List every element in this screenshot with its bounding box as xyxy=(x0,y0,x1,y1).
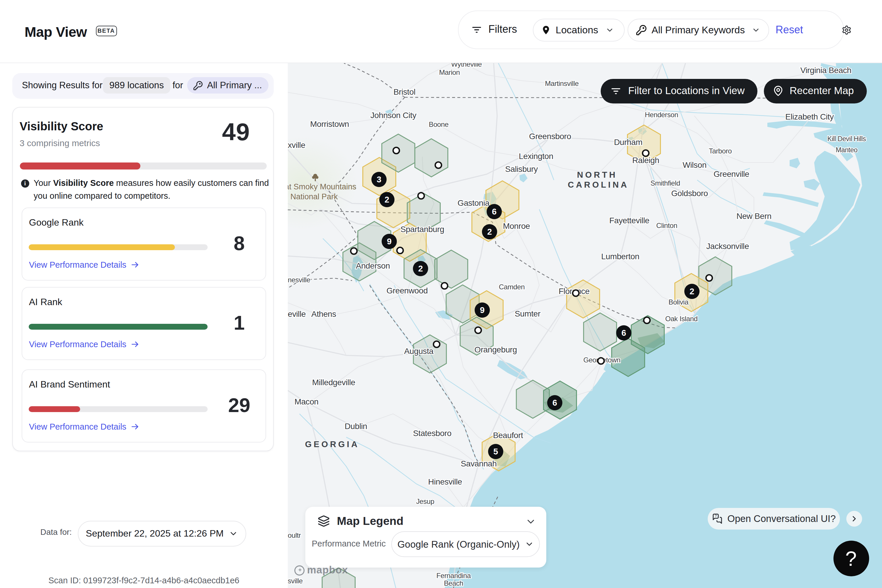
svg-text:Jesup: Jesup xyxy=(416,497,434,505)
svg-text:Clinton: Clinton xyxy=(656,221,677,229)
svg-text:at Smoky Mountains: at Smoky Mountains xyxy=(288,182,356,191)
svg-text:Jacksonville: Jacksonville xyxy=(706,242,749,250)
svg-text:2: 2 xyxy=(487,227,492,236)
svg-text:Wytheville: Wytheville xyxy=(451,63,482,68)
svg-text:Durham: Durham xyxy=(614,137,642,146)
svg-text:Hinesville: Hinesville xyxy=(428,477,462,486)
svg-text:Fernandina: Fernandina xyxy=(436,572,471,579)
svg-text:Elizabeth City: Elizabeth City xyxy=(785,112,834,121)
svg-text:Augusta: Augusta xyxy=(404,346,434,356)
svg-text:Athens: Athens xyxy=(311,309,336,318)
svg-text:2: 2 xyxy=(385,195,389,204)
svg-text:nesville: nesville xyxy=(288,276,310,284)
svg-text:Henderson: Henderson xyxy=(645,111,678,118)
svg-text:9: 9 xyxy=(480,305,485,315)
svg-text:Greensboro: Greensboro xyxy=(529,132,571,141)
svg-text:3: 3 xyxy=(377,174,381,184)
svg-text:5: 5 xyxy=(493,447,498,456)
svg-text:Anderson: Anderson xyxy=(356,261,390,270)
svg-text:Monroe: Monroe xyxy=(503,221,530,230)
svg-text:Morristown: Morristown xyxy=(310,119,349,128)
svg-text:Lumberton: Lumberton xyxy=(601,252,639,261)
svg-text:New Bern: New Bern xyxy=(736,211,771,220)
svg-text:Kill Devil Hills: Kill Devil Hills xyxy=(827,135,866,142)
svg-text:Tarboro: Tarboro xyxy=(709,147,732,154)
svg-text:Smithfield: Smithfield xyxy=(651,179,680,187)
svg-text:9: 9 xyxy=(387,236,392,246)
svg-text:Fayetteville: Fayetteville xyxy=(609,216,649,225)
svg-text:Sumter: Sumter xyxy=(515,309,541,318)
svg-text:NORTH: NORTH xyxy=(577,170,618,179)
svg-text:Macon: Macon xyxy=(295,397,319,406)
svg-text:Lexington: Lexington xyxy=(519,152,553,160)
svg-text:Spartanburg: Spartanburg xyxy=(400,225,444,234)
svg-text:Marion: Marion xyxy=(439,68,460,76)
svg-text:?: ? xyxy=(714,514,717,518)
svg-text:CAROLINA: CAROLINA xyxy=(568,180,629,189)
svg-text:2: 2 xyxy=(418,264,423,273)
svg-text:Salisbury: Salisbury xyxy=(505,164,538,173)
svg-text:6: 6 xyxy=(552,398,557,407)
svg-text:6: 6 xyxy=(621,328,626,337)
svg-text:6: 6 xyxy=(492,207,497,216)
svg-text:eville: eville xyxy=(288,309,306,318)
svg-text:Johnson City: Johnson City xyxy=(370,111,416,120)
svg-text:Virginia Beach: Virginia Beach xyxy=(801,66,851,75)
svg-text:sville: sville xyxy=(288,577,303,585)
svg-text:Wilson: Wilson xyxy=(682,160,706,169)
svg-text:Orangeburg: Orangeburg xyxy=(474,345,517,354)
svg-text:2: 2 xyxy=(690,286,694,296)
svg-text:Boone: Boone xyxy=(429,120,448,128)
svg-text:Gastonia: Gastonia xyxy=(458,198,490,207)
svg-text:Statesboro: Statesboro xyxy=(413,428,451,438)
svg-text:Raleigh: Raleigh xyxy=(632,156,659,165)
svg-text:Oak Island: Oak Island xyxy=(665,315,698,322)
svg-text:Milledgeville: Milledgeville xyxy=(312,378,355,387)
svg-text:Savannah: Savannah xyxy=(461,459,497,468)
svg-text:National Park: National Park xyxy=(290,192,338,201)
svg-text:Bolivia: Bolivia xyxy=(669,298,689,306)
svg-text:Bristol: Bristol xyxy=(394,87,416,96)
svg-text:Dublin: Dublin xyxy=(345,422,367,430)
svg-text:Greenville: Greenville xyxy=(714,169,749,178)
svg-text:Camden: Camden xyxy=(499,283,524,291)
svg-text:Manteo: Manteo xyxy=(836,146,858,153)
svg-text:oultr: oultr xyxy=(288,531,301,539)
svg-text:xville: xville xyxy=(288,140,305,149)
svg-text:GEORGIA: GEORGIA xyxy=(305,439,359,448)
svg-text:Greenwood: Greenwood xyxy=(386,286,428,295)
svg-text:Beach: Beach xyxy=(444,579,463,587)
svg-text:Beaufort: Beaufort xyxy=(493,430,523,440)
svg-text:Martinsville: Martinsville xyxy=(545,79,578,87)
svg-text:Goldsboro: Goldsboro xyxy=(671,189,708,198)
